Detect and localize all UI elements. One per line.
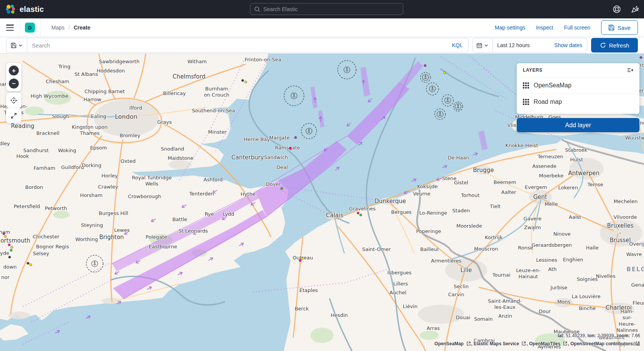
map-marker [5, 236, 7, 238]
save-query-icon [11, 43, 16, 48]
save-button[interactable]: Save [601, 20, 638, 35]
calendar-icon [476, 43, 482, 48]
show-dates-link[interactable]: Show dates [554, 42, 587, 48]
attribution-link[interactable]: Elastic Maps Service [473, 341, 519, 346]
map-coordinates: lat: 51.40239, lon: 2.39939, zoom: 7.66 [434, 332, 640, 340]
space-avatar[interactable]: D [25, 23, 35, 33]
external-link-icon [467, 341, 471, 346]
layer-item-label: Road map [534, 98, 562, 105]
breadcrumb: Maps / Create [51, 25, 90, 31]
date-quick-menu[interactable] [473, 38, 493, 52]
map-marker [242, 80, 244, 82]
inspect-link[interactable]: Inspect [536, 25, 553, 31]
breadcrumb-maps[interactable]: Maps [51, 25, 64, 31]
map-marker [10, 249, 12, 251]
external-link-icon [636, 341, 640, 346]
query-bar: Search KQL Last 12 hours Show dates Refr… [0, 37, 644, 54]
time-range-value[interactable]: Last 12 hours [493, 42, 554, 48]
map-marker [357, 212, 359, 214]
grid-icon [523, 99, 529, 105]
divider [40, 18, 41, 37]
map-settings-link[interactable]: Map settings [495, 25, 525, 31]
breadcrumb-create: Create [74, 25, 90, 31]
crosshair-icon [10, 97, 18, 104]
breadcrumb-separator: / [68, 25, 70, 31]
map-marker [301, 258, 303, 260]
expand-icon [10, 112, 17, 119]
full-screen-link[interactable]: Full screen [564, 25, 590, 31]
global-search-placeholder: Search Elastic [263, 6, 297, 12]
elastic-logo[interactable]: elastic [0, 4, 44, 15]
attribution-link[interactable]: OpenSeaMap [434, 341, 463, 346]
layer-item[interactable]: OpenSeaMap [517, 77, 639, 94]
layers-panel-title: LAYERS [523, 67, 542, 73]
elastic-logo-icon [5, 4, 16, 15]
menu-icon[interactable] [6, 25, 14, 31]
date-picker[interactable]: Last 12 hours Show dates [472, 38, 587, 52]
kql-search-input[interactable]: Search KQL [6, 38, 468, 52]
land-isle-of-wight [0, 324, 28, 341]
newsfeed-icon[interactable] [631, 5, 639, 13]
map-attribution: lat: 51.40239, lon: 2.39939, zoom: 7.66 … [434, 332, 640, 348]
zoom-out-button[interactable]: − [9, 79, 19, 89]
chevron-down-icon [484, 43, 488, 48]
set-view-button[interactable] [6, 93, 21, 108]
add-layer-button[interactable]: Add layer [517, 118, 639, 132]
logo-wordmark: elastic [20, 5, 44, 14]
map-marker [444, 72, 446, 74]
map-marker [424, 65, 426, 67]
layer-item-label: OpenSeaMap [534, 82, 572, 89]
map-marker [289, 148, 291, 149]
help-icon[interactable] [613, 5, 621, 13]
collapse-panel-icon[interactable] [627, 67, 633, 73]
map-marker [30, 264, 32, 266]
map-marker [640, 57, 642, 59]
zoom-controls: + − [6, 63, 21, 91]
grid-icon [523, 82, 529, 89]
map-marker [9, 256, 11, 258]
attribution-link[interactable]: OpenMapTiles [529, 341, 560, 346]
external-link-icon [563, 341, 567, 346]
saved-query-menu[interactable] [7, 38, 27, 52]
map-marker [245, 81, 247, 83]
app-header: elastic Search Elastic [0, 0, 644, 18]
external-link-icon [522, 341, 526, 346]
layers-panel: LAYERS OpenSeaMapRoad map [517, 63, 639, 114]
attribution-link[interactable]: OpenStreetMap contributors [570, 341, 633, 346]
save-icon [608, 25, 614, 31]
map-marker [27, 262, 29, 264]
attribution-sources: OpenSeaMap , Elastic Maps Service , Open… [434, 340, 640, 348]
map-marker [360, 214, 362, 216]
map-marker [281, 188, 283, 190]
map-container[interactable]: TringSawbridgeworthWithamHoddesdonChelms… [0, 54, 644, 351]
kql-label[interactable]: KQL [452, 42, 468, 48]
zoom-in-button[interactable]: + [9, 66, 19, 75]
map-marker [11, 246, 13, 248]
map-marker [295, 137, 297, 139]
refresh-icon [600, 42, 606, 48]
divider [19, 18, 20, 37]
global-search-input[interactable]: Search Elastic [250, 3, 403, 15]
map-marker [3, 233, 5, 235]
map-marker [299, 260, 301, 262]
fit-to-data-button[interactable] [6, 108, 21, 123]
map-marker [8, 244, 10, 246]
toolbar: D Maps / Create Map settings Inspect Ful… [0, 18, 644, 37]
chevron-down-icon [18, 43, 23, 48]
refresh-button[interactable]: Refresh [591, 38, 638, 52]
search-icon [254, 6, 260, 12]
query-placeholder: Search [27, 42, 452, 49]
layer-item[interactable]: Road map [517, 94, 639, 110]
